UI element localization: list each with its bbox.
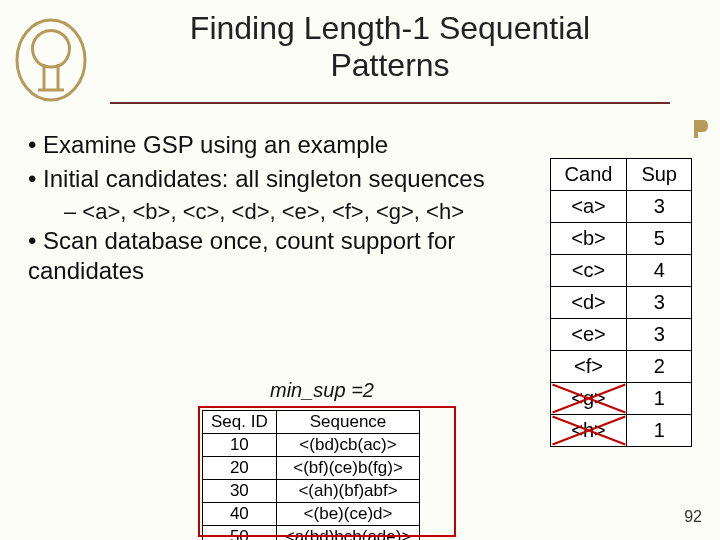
candidate-support-table: Cand Sup <a>3<b>5<c>4<d>3<e>3<f>2<g>1<h>… bbox=[550, 158, 692, 447]
sup-cell: 5 bbox=[627, 223, 692, 255]
university-seal-logo bbox=[14, 18, 88, 106]
cand-cell: <a> bbox=[550, 191, 627, 223]
table-row: <g>1 bbox=[550, 383, 691, 415]
singleton-list: <a>, <b>, <c>, <d>, <e>, <f>, <g>, <h> bbox=[82, 199, 464, 224]
cand-cell: <g> bbox=[550, 383, 627, 415]
page-number: 92 bbox=[684, 508, 702, 526]
cand-cell: <d> bbox=[550, 287, 627, 319]
slide-title: Finding Length-1 Sequential Patterns bbox=[110, 10, 670, 84]
title-line-2: Patterns bbox=[330, 47, 449, 83]
small-corner-logo bbox=[690, 118, 710, 144]
table-row: 10<(bd)cb(ac)> bbox=[203, 434, 420, 457]
title-line-1: Finding Length-1 Sequential bbox=[190, 10, 590, 46]
sup-cell: 3 bbox=[627, 287, 692, 319]
sup-cell: 2 bbox=[627, 351, 692, 383]
table-cell: 10 bbox=[203, 434, 277, 457]
sup-header: Sup bbox=[627, 159, 692, 191]
slide: Finding Length-1 Sequential Patterns Exa… bbox=[0, 0, 720, 540]
table-row: <f>2 bbox=[550, 351, 691, 383]
table-row: 30<(ah)(bf)abf> bbox=[203, 480, 420, 503]
sup-cell: 4 bbox=[627, 255, 692, 287]
seq-id-header: Seq. ID bbox=[203, 411, 277, 434]
table-row: <a>3 bbox=[550, 191, 691, 223]
table-row: 20<(bf)(ce)b(fg)> bbox=[203, 457, 420, 480]
cand-cell: <e> bbox=[550, 319, 627, 351]
bullet-3: Scan database once, count support for ca… bbox=[28, 226, 528, 286]
table-header-row: Cand Sup bbox=[550, 159, 691, 191]
title-underline bbox=[110, 102, 670, 104]
table-row: <d>3 bbox=[550, 287, 691, 319]
min-sup-label: min_sup =2 bbox=[270, 378, 374, 403]
table-row: 40<(be)(ce)d> bbox=[203, 503, 420, 526]
cand-cell: <f> bbox=[550, 351, 627, 383]
bullet-2a: <a>, <b>, <c>, <d>, <e>, <f>, <g>, <h> bbox=[64, 198, 528, 226]
cand-cell: <h> bbox=[550, 415, 627, 447]
bullet-1: Examine GSP using an example bbox=[28, 130, 528, 160]
sequence-header: Sequence bbox=[276, 411, 420, 434]
table-cell: 50 bbox=[203, 526, 277, 541]
table-row: <c>4 bbox=[550, 255, 691, 287]
sup-cell: 1 bbox=[627, 415, 692, 447]
cand-cell: <c> bbox=[550, 255, 627, 287]
table-cell: <(bf)(ce)b(fg)> bbox=[276, 457, 420, 480]
cand-cell: <b> bbox=[550, 223, 627, 255]
sup-cell: 1 bbox=[627, 383, 692, 415]
table-row: <h>1 bbox=[550, 415, 691, 447]
table-cell: <a(bd)bcb(ade)> bbox=[276, 526, 420, 541]
bullet-content: Examine GSP using an example Initial can… bbox=[28, 130, 528, 290]
table-cell: <(bd)cb(ac)> bbox=[276, 434, 420, 457]
sup-cell: 3 bbox=[627, 191, 692, 223]
table-row: <e>3 bbox=[550, 319, 691, 351]
table-row: <b>5 bbox=[550, 223, 691, 255]
table-cell: 30 bbox=[203, 480, 277, 503]
table-cell: <(be)(ce)d> bbox=[276, 503, 420, 526]
sequence-database-table: Seq. ID Sequence 10<(bd)cb(ac)>20<(bf)(c… bbox=[202, 410, 420, 540]
table-cell: 20 bbox=[203, 457, 277, 480]
table-cell: 40 bbox=[203, 503, 277, 526]
table-row: 50<a(bd)bcb(ade)> bbox=[203, 526, 420, 541]
table-header-row: Seq. ID Sequence bbox=[203, 411, 420, 434]
table-cell: <(ah)(bf)abf> bbox=[276, 480, 420, 503]
sup-cell: 3 bbox=[627, 319, 692, 351]
cand-header: Cand bbox=[550, 159, 627, 191]
bullet-2: Initial candidates: all singleton sequen… bbox=[28, 164, 528, 194]
